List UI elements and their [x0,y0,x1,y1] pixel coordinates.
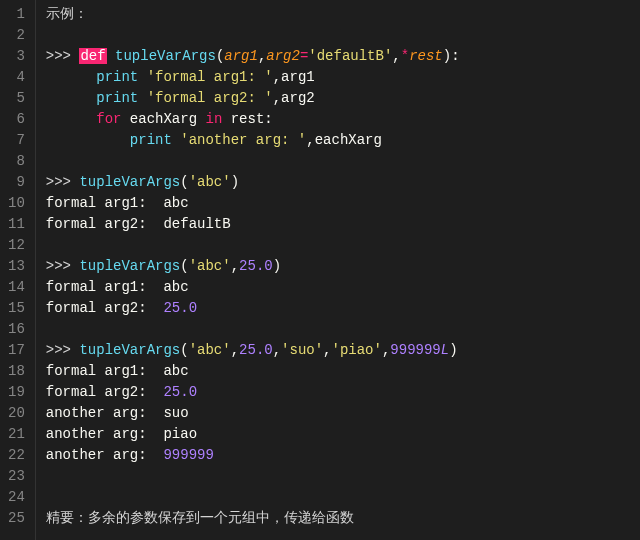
comma: , [273,90,281,106]
param: rest [409,48,443,64]
string-literal: 'formal arg2: ' [147,90,273,106]
line-number: 25 [8,508,25,529]
code-line: >>> tupleVarArgs('abc',25.0) [46,256,640,277]
string-literal: 'suo' [281,342,323,358]
line-number: 1 [8,4,25,25]
line-number: 23 [8,466,25,487]
space [138,90,146,106]
paren-close: ) [273,258,281,274]
param: arg1 [224,48,258,64]
repl-prompt: >>> [46,48,80,64]
comment-text: 精要：多余的参数保存到一个元组中，传递给函数 [46,510,354,526]
code-line: >>> def tupleVarArgs(arg1,arg2='defaultB… [46,46,640,67]
line-number: 5 [8,88,25,109]
line-number: 21 [8,424,25,445]
function-call: tupleVarArgs [79,174,180,190]
code-line: formal arg1: abc [46,193,640,214]
code-line [46,487,640,508]
string-literal: 'abc' [189,342,231,358]
output-text: formal arg2: [46,384,164,400]
code-line [46,466,640,487]
code-line: >>> tupleVarArgs('abc',25.0,'suo','piao'… [46,340,640,361]
identifier: eachXarg [315,132,382,148]
line-number: 16 [8,319,25,340]
space [172,132,180,148]
function-call: tupleVarArgs [79,258,180,274]
code-line [46,319,640,340]
number-literal: 999999 [163,447,213,463]
indent [46,111,96,127]
paren-close: ) [449,342,457,358]
string-literal: 'defaultB' [308,48,392,64]
number-literal: 25.0 [163,300,197,316]
repl-prompt: >>> [46,174,80,190]
code-line: formal arg2: defaultB [46,214,640,235]
paren-open: ( [180,342,188,358]
code-line: formal arg1: abc [46,277,640,298]
keyword-def: def [79,48,106,64]
identifier: arg2 [281,90,315,106]
output-text: formal arg2: [46,300,164,316]
keyword-for: for [96,111,121,127]
space [121,111,129,127]
code-line: formal arg2: 25.0 [46,382,640,403]
indent [46,132,130,148]
line-number: 13 [8,256,25,277]
indent [46,69,96,85]
code-line: formal arg2: 25.0 [46,298,640,319]
identifier: arg1 [281,69,315,85]
code-line: another arg: 999999 [46,445,640,466]
code-area[interactable]: 示例： >>> def tupleVarArgs(arg1,arg2='defa… [36,0,640,540]
identifier: eachXarg [130,111,197,127]
space [138,69,146,85]
repl-prompt: >>> [46,258,80,274]
string-literal: 'piao' [332,342,382,358]
string-literal: 'abc' [189,174,231,190]
code-line: 示例： [46,4,640,25]
line-number: 18 [8,361,25,382]
code-line [46,235,640,256]
output-text: formal arg1: abc [46,363,189,379]
code-line: another arg: piao [46,424,640,445]
code-line [46,25,640,46]
code-line: print 'another arg: ',eachXarg [46,130,640,151]
paren-close: ) [231,174,239,190]
line-number: 7 [8,130,25,151]
comma: , [306,132,314,148]
line-number: 17 [8,340,25,361]
line-number: 14 [8,277,25,298]
line-number: 15 [8,298,25,319]
keyword-print: print [130,132,172,148]
output-text: another arg: [46,447,164,463]
line-number: 12 [8,235,25,256]
param: arg2 [266,48,300,64]
string-literal: 'abc' [189,258,231,274]
line-number: 3 [8,46,25,67]
gutter: 1 2 3 4 5 6 7 8 9 10 11 12 13 14 15 16 1… [0,0,36,540]
space [107,48,115,64]
comma: , [273,69,281,85]
function-name: tupleVarArgs [115,48,216,64]
output-text: another arg: suo [46,405,189,421]
paren-open: ( [180,174,188,190]
string-literal: 'formal arg1: ' [147,69,273,85]
code-line: for eachXarg in rest: [46,109,640,130]
line-number: 8 [8,151,25,172]
comment-text: 示例： [46,6,88,22]
paren-close: ): [443,48,460,64]
line-number: 19 [8,382,25,403]
number-literal: 25.0 [163,384,197,400]
code-line: formal arg1: abc [46,361,640,382]
keyword-print: print [96,69,138,85]
code-line: 精要：多余的参数保存到一个元组中，传递给函数 [46,508,640,529]
code-line: print 'formal arg2: ',arg2 [46,88,640,109]
operator-star: * [401,48,409,64]
line-number: 20 [8,403,25,424]
keyword-in: in [205,111,222,127]
number-literal: 25.0 [239,342,273,358]
output-text: another arg: piao [46,426,197,442]
line-number: 9 [8,172,25,193]
output-text: formal arg1: abc [46,279,189,295]
function-call: tupleVarArgs [79,342,180,358]
output-text: formal arg1: abc [46,195,189,211]
